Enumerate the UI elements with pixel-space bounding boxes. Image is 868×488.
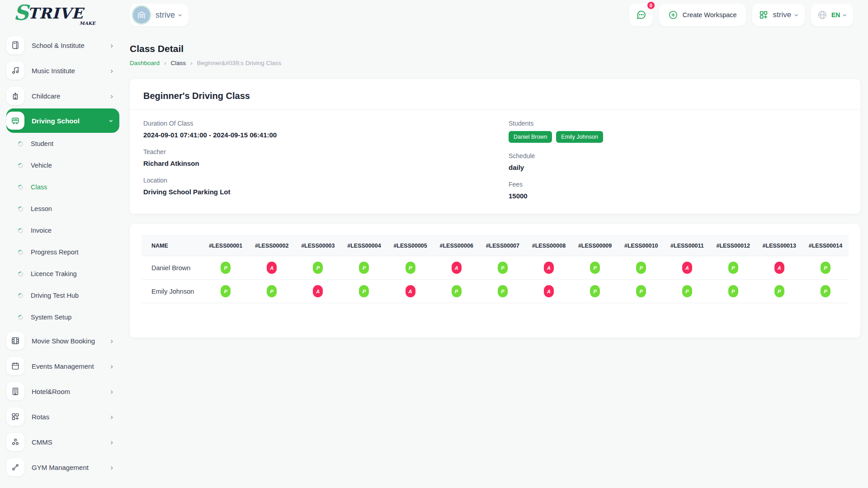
sidebar-item-school-institute[interactable]: School & Institute› [6,33,119,58]
chat-bubble-icon [636,9,646,20]
attendance-cell: P [249,280,295,303]
attendance-cell: P [341,280,387,303]
sidebar-subitem-system-setup[interactable]: System Setup [6,306,119,328]
table-row: Daniel BrownPAPPPAPAPPAPAP [142,256,849,280]
sidebar-item-gym-management[interactable]: GYM Management› [6,455,119,480]
sidebar-item-driving-school[interactable]: Driving School› [6,108,119,133]
status-donut-icon [17,270,24,277]
sidebar-subitem-label: Student [31,140,53,147]
status-donut-icon [17,314,24,320]
hotel-icon [11,387,20,396]
workspace-avatar [133,6,150,23]
dumbbell-icon [11,463,20,472]
language-selector[interactable]: EN › [811,4,853,26]
sidebar-subitem-lesson[interactable]: Lesson [6,198,119,220]
sidebar-item-childcare[interactable]: Childcare› [6,83,119,108]
attendance-cell: A [434,256,480,280]
absent-badge: A [544,285,554,297]
field-label: Fees [509,181,847,188]
attendance-table-head: NAME#LESS00001#LESS00002#LESS00003#LESS0… [142,236,849,256]
sidebar-item-label: GYM Management [32,464,110,471]
column-header-lesson: #LESS00006 [434,236,480,256]
attendance-cell: P [480,256,526,280]
class-title: Beginner's Driving Class [143,91,847,101]
sidebar-subitem-label: Invoice [31,227,52,234]
cmms-icon [11,437,20,446]
field-label: Location [143,177,481,184]
column-header-lesson: #LESS00002 [249,236,295,256]
field-value: 15000 [509,192,847,200]
chevron-right-icon: › [110,362,113,370]
breadcrumb-item[interactable]: Dashboard [130,60,160,66]
sidebar-subitem-vehicle[interactable]: Vehicle [6,155,119,176]
grid-plus-icon [759,10,769,20]
present-badge: P [821,262,830,274]
sidebar-item-label: School & Institute [32,42,110,49]
sidebar-item-label: Events Management [32,362,110,370]
sidebar-item-label: Movie Show Booking [32,337,110,345]
create-workspace-button[interactable]: Create Workspace [659,4,746,26]
attendance-cell: P [480,280,526,303]
sidebar-item-rotas[interactable]: Rotas› [6,404,119,429]
sidebar-subitem-student[interactable]: Student [6,133,119,155]
page-title: Class Detail [130,43,860,54]
class-fields-left: Duration Of Class2024-09-01 07:41:00 - 2… [143,120,481,209]
column-header-name: NAME [142,236,203,256]
field-schedule: Scheduledaily [509,152,847,171]
logo-s-glyph: S [14,4,28,22]
column-header-lesson: #LESS00008 [526,236,572,256]
sidebar-item-movie-show-booking[interactable]: Movie Show Booking› [6,328,119,353]
attendance-table-body: Daniel BrownPAPPPAPAPPAPAPEmily JohnsonP… [142,256,849,303]
strive-logo[interactable]: STRIVE MAKE [14,4,97,26]
sidebar-icon-box [6,433,24,451]
sidebar-subitem-class[interactable]: Class [6,176,119,198]
attendance-cell: A [295,280,341,303]
chevron-down-icon: › [108,119,116,122]
present-badge: P [498,262,508,274]
student-badges: Daniel BrownEmily Johnson [509,131,847,143]
sidebar-icon-box [6,408,24,426]
absent-badge: A [267,262,277,274]
sidebar-subitem-label: Licence Traking [31,270,77,277]
chevron-down-icon: › [177,14,184,16]
student-badge[interactable]: Emily Johnson [556,131,603,143]
sidebar-item-hotel-room[interactable]: Hotel&Room› [6,379,119,404]
present-badge: P [774,285,784,297]
student-badge[interactable]: Daniel Brown [509,131,552,143]
present-badge: P [590,262,600,274]
column-header-lesson: #LESS00011 [664,236,710,256]
sidebar-subitem-invoice[interactable]: Invoice [6,220,119,241]
sidebar-subitem-label: Class [31,183,47,191]
sidebar-item-cmms[interactable]: CMMS› [6,429,119,455]
org-selector[interactable]: strive › [752,4,805,26]
sidebar-subitem-driving-test-hub[interactable]: Driving Test Hub [6,285,119,306]
sidebar-subitem-label: Lesson [31,205,52,212]
calendar-icon [11,361,20,371]
workspace-selector[interactable]: strive › [130,4,189,26]
sidebar-icon-box [6,382,24,400]
field-label: Schedule [509,152,847,160]
chevron-right-icon: › [110,92,113,100]
breadcrumb-separator-icon: › [190,60,192,66]
column-header-lesson: #LESS00014 [802,236,849,256]
breadcrumb-item[interactable]: Class [170,60,186,66]
sidebar-icon-box [6,61,24,80]
sidebar-item-events-management[interactable]: Events Management› [6,353,119,379]
attendance-cell: A [526,280,572,303]
sidebar-subitem-licence-traking[interactable]: Licence Traking [6,263,119,285]
chevron-right-icon: › [110,464,113,471]
present-badge: P [359,262,369,274]
rotas-icon [11,412,20,421]
status-donut-icon [17,140,24,147]
class-fields-right: StudentsDaniel BrownEmily JohnsonSchedul… [509,120,847,209]
chat-button[interactable]: 0 [629,4,653,26]
sidebar-item-music-institute[interactable]: Music Institute› [6,58,119,83]
attendance-cell: P [710,280,756,303]
column-header-lesson: #LESS00001 [203,236,249,256]
sidebar-subitem-progress-report[interactable]: Progress Report [6,241,119,263]
field-students: StudentsDaniel BrownEmily Johnson [509,120,847,143]
divider [130,109,860,110]
status-donut-icon [17,249,24,255]
workspace-name: strive [156,10,175,20]
present-badge: P [452,285,462,297]
